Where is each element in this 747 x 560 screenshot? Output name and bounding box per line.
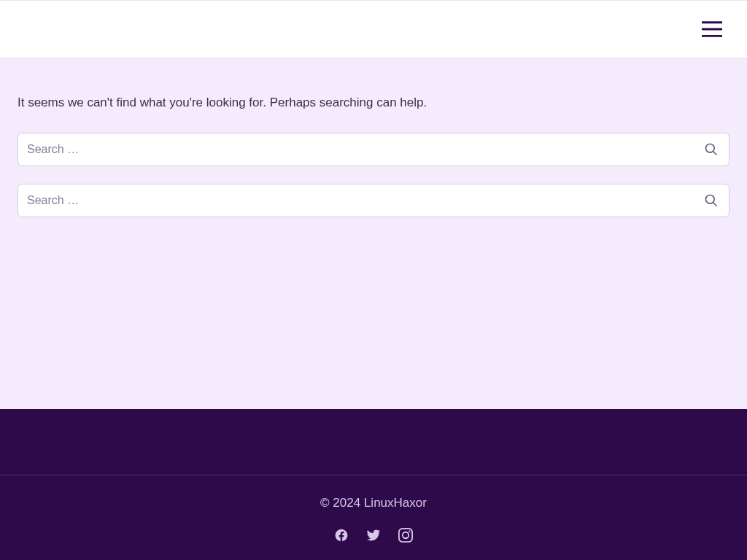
svg-point-3 — [706, 144, 715, 152]
search-input-1[interactable] — [18, 133, 694, 166]
search-button-1[interactable] — [694, 133, 729, 166]
twitter-link[interactable] — [366, 528, 381, 542]
facebook-link[interactable] — [334, 528, 349, 542]
search-container-1 — [18, 133, 729, 166]
facebook-icon — [334, 528, 349, 542]
instagram-link[interactable] — [398, 528, 413, 542]
not-found-message: It seems we can't find what you're looki… — [18, 93, 729, 112]
svg-line-4 — [713, 151, 717, 155]
svg-point-5 — [706, 195, 715, 203]
search-button-2[interactable] — [694, 184, 729, 217]
footer: © 2024 LinuxHaxor — [0, 475, 747, 560]
menu-button[interactable] — [694, 12, 729, 47]
social-icons — [18, 528, 729, 542]
svg-line-6 — [713, 202, 717, 206]
search-icon — [704, 193, 719, 208]
search-icon — [704, 142, 719, 157]
search-input-2[interactable] — [18, 184, 694, 217]
search-container-2 — [18, 184, 729, 217]
footer-spacer — [0, 409, 747, 475]
twitter-icon — [366, 528, 381, 542]
hamburger-icon — [702, 20, 722, 38]
instagram-icon — [398, 528, 413, 542]
main-content: It seems we can't find what you're looki… — [0, 58, 747, 409]
copyright-text: © 2024 LinuxHaxor — [18, 496, 729, 510]
header — [0, 0, 747, 58]
